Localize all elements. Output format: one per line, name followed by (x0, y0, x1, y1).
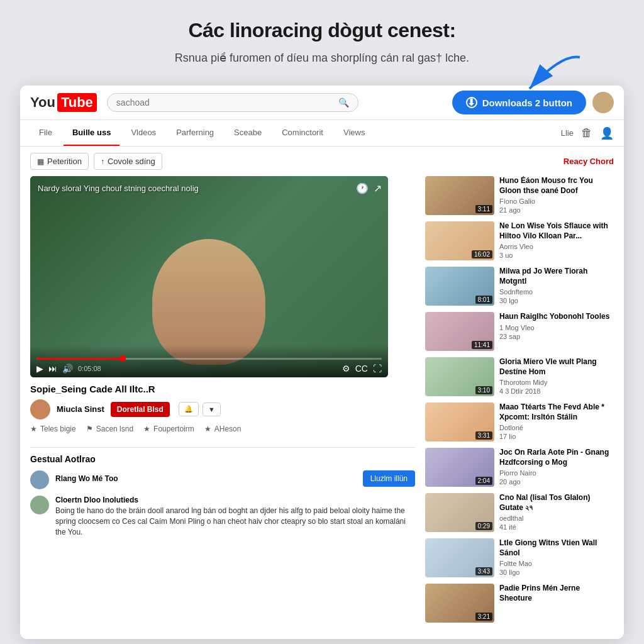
sort-link[interactable]: Reacy Chord (564, 157, 614, 166)
sidebar-thumbnail: 3:11 (425, 176, 494, 215)
nav-item-file[interactable]: File (30, 120, 61, 146)
comment-header: Gestual Aotlrao (30, 454, 415, 464)
sidebar-thumbnail: 11:41 (425, 312, 494, 351)
nav-item-views[interactable]: Views (335, 120, 374, 146)
nav-llie[interactable]: Llie (561, 128, 574, 138)
sidebar-item[interactable]: 16:02 Ne Lon Wise Yois Sflauce with Hilt… (425, 221, 614, 260)
teles-label: Teles bigie (40, 425, 76, 433)
sidebar-item-meta: 3 uo (499, 252, 614, 259)
video-duration: 3:10 (475, 386, 492, 394)
sidebar-item[interactable]: 11:41 Haun Raiglhc Yobonohl Tooles 1 Mog… (425, 312, 614, 351)
sidebar-item-info: Maao Ttéarts The Fevd Able * Xpcomt: Irs… (499, 402, 614, 441)
comment-content: Cloertn Dloo Inolutieds Boing tle hano d… (55, 496, 415, 537)
sidebar-thumbnail: 3:21 (425, 584, 494, 623)
sacen-action[interactable]: ⚑ Sacen lsnd (86, 425, 133, 433)
filter-chip-peterition[interactable]: ▦ Peterition (30, 153, 89, 170)
nav-item-buille[interactable]: Buille uss (64, 120, 119, 146)
sidebar-item[interactable]: 3:43 Ltle Giong Witns Vtien Wall Sánol F… (425, 538, 614, 577)
sidebar-item-title: Padie Prins Mén Jerne Sheoture (499, 584, 614, 603)
comment-submit-button[interactable]: Lluzlm illün (363, 470, 415, 487)
sidebar-thumbnail: 3:31 (425, 402, 494, 441)
sidebar-item-info: Cno Nal (lisal Tos Glalon) Gutate ২৭ oed… (499, 493, 614, 532)
sidebar-item[interactable]: 3:21 Padie Prins Mén Jerne Sheoture (425, 584, 614, 623)
subtitle-button[interactable]: CC (355, 364, 368, 374)
sort-icon: ↑ (101, 157, 104, 166)
sidebar-item-channel: Foltte Mao (499, 560, 614, 567)
sidebar-item-info: Ne Lon Wise Yois Sflauce with Hiltoo Vil… (499, 221, 614, 260)
fullscreen-button[interactable]: ⛶ (373, 364, 382, 374)
sidebar-item-title: Gloria Miero Vle wult Plang Destíne Hom (499, 357, 614, 377)
video-duration: 3:11 (475, 205, 492, 213)
sidebar-item-title: Cno Nal (lisal Tos Glalon) Gutate ২৭ (499, 493, 614, 513)
sidebar-item[interactable]: 0:29 Cno Nal (lisal Tos Glalon) Gutate ২… (425, 493, 614, 532)
video-controls: ▶ ⏭ 🔊 0:05:08 ⚙ CC ⛶ (30, 345, 388, 377)
trash-icon[interactable]: 🗑 (581, 126, 592, 140)
sidebar: 3:11 Huno Éáon Mouso frc You Gloon thse … (425, 176, 614, 629)
dropdown-button[interactable]: ▼ (203, 402, 221, 416)
account-icon[interactable]: 👤 (600, 126, 614, 140)
foupertoirm-action[interactable]: ★ Foupertoirm (143, 425, 194, 433)
bell-button[interactable]: 🔔 (179, 402, 199, 416)
star-icon-1: ★ (30, 425, 37, 433)
progress-bar[interactable] (36, 358, 382, 360)
download-circle-icon: ⬇ (466, 97, 477, 108)
sidebar-item-title: Ne Lon Wise Yois Sflauce with Hiltoo Vil… (499, 221, 614, 241)
search-bar[interactable]: 🔍 (107, 93, 358, 112)
controls-row: ▶ ⏭ 🔊 0:05:08 ⚙ CC ⛶ (36, 364, 382, 374)
filter-chip-covole[interactable]: ↑ Covole sdíng (94, 153, 162, 170)
share-icon[interactable]: ↗ (374, 182, 382, 194)
sacen-label: Sacen lsnd (96, 425, 133, 433)
nav-item-videos[interactable]: Vldeos (122, 120, 165, 146)
sidebar-item[interactable]: 3:31 Maao Ttéarts The Fevd Able * Xpcomt… (425, 402, 614, 441)
downloads-button[interactable]: ⬇ Downloads 2 button (452, 91, 586, 114)
sidebar-item-channel: oedlthal (499, 514, 614, 522)
sidebar-item[interactable]: 2:04 Joc On Rarla Aote Pin - Gnang Hzdfc… (425, 448, 614, 487)
sidebar-item-channel: Tthorotom Midy (499, 379, 614, 386)
sidebar-item-channel: Aorris Vleo (499, 243, 614, 250)
comment-item: Cloertn Dloo Inolutieds Boing tle hano d… (30, 496, 415, 537)
aheson-action[interactable]: ★ AHeson (204, 425, 242, 433)
commenter-avatar (30, 496, 49, 514)
main-content: Nardy sloral Ying chouf stning coechral … (20, 176, 624, 639)
sidebar-item-title: Huno Éáon Mouso frc You Gloon thse oané … (499, 176, 614, 196)
flag-icon: ⚑ (86, 425, 93, 433)
nav-item-parferning[interactable]: Parferning (167, 120, 223, 146)
filter-chips: ▦ Peterition ↑ Covole sdíng (30, 153, 162, 170)
teles-action[interactable]: ★ Teles bigie (30, 425, 76, 433)
sidebar-item-info: Haun Raiglhc Yobonohl Tooles 1 Mog Vleo … (499, 312, 614, 351)
subscribe-button[interactable]: Doretlal Blsd (111, 402, 170, 417)
sidebar-item-meta: 41 ité (499, 523, 614, 531)
logo-you: You (30, 94, 55, 111)
video-info: Sopie_Seing Cade All Iltc..R Miucla Sins… (30, 377, 415, 445)
sidebar-item-channel: Piorro Nairo (499, 469, 614, 477)
star-icon-3: ★ (204, 425, 211, 433)
search-input[interactable] (116, 97, 333, 108)
play-button[interactable]: ▶ (36, 364, 43, 374)
video-overlay-title: Nardy sloral Ying chouf stning coechral … (38, 184, 363, 193)
star-icon-2: ★ (143, 425, 150, 433)
sidebar-item-title: Ltle Giong Witns Vtien Wall Sánol (499, 538, 614, 558)
sidebar-item[interactable]: 3:11 Huno Éáon Mouso frc You Gloon thse … (425, 176, 614, 215)
nav-item-cominctorit[interactable]: Cominctorit (273, 120, 332, 146)
ctrl-right: ⚙ CC ⛶ (342, 364, 382, 374)
comment-user-avatar (30, 470, 49, 489)
sidebar-item[interactable]: 3:10 Gloria Miero Vle wult Plang Destíne… (425, 357, 614, 396)
nav-item-sceabe[interactable]: Sceabe (225, 120, 270, 146)
channel-name[interactable]: Miucla Sinst (57, 404, 104, 414)
sidebar-item-meta: 17 lio (499, 433, 614, 440)
grid-icon: ▦ (37, 157, 44, 166)
settings-button[interactable]: ⚙ (342, 364, 350, 374)
sidebar-item-info: Milwa pd Jo Were Tiorah Motgntl Sodnftem… (499, 267, 614, 306)
video-player[interactable]: Nardy sloral Ying chouf stning coechral … (30, 176, 388, 377)
nav-right: Llie 🗑 👤 (561, 126, 614, 140)
sidebar-thumbnail: 8:01 (425, 267, 494, 306)
page-header: Các linoracing dògut cenest: Rsnua piề f… (175, 19, 469, 67)
avatar[interactable] (592, 92, 614, 113)
channel-avatar (30, 399, 50, 419)
youtube-logo[interactable]: You Tube (30, 93, 97, 112)
sidebar-item-info: Huno Éáon Mouso frc You Gloon thse oané … (499, 176, 614, 215)
next-button[interactable]: ⏭ (48, 364, 57, 374)
volume-button[interactable]: 🔊 (62, 364, 73, 374)
sidebar-item[interactable]: 8:01 Milwa pd Jo Were Tiorah Motgntl Sod… (425, 267, 614, 306)
sidebar-item-meta: 30 lgo (499, 297, 614, 304)
